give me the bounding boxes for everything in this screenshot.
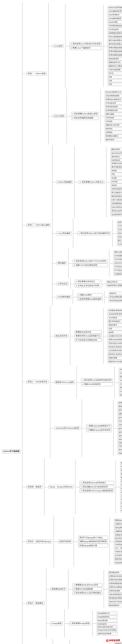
leaf-node: Css3弹性盒布局:flex布局/盒模型和高度 (119, 382, 122, 386)
leaf-node: 如何使用LESS框架 (119, 393, 122, 397)
leaf-node: 各类型数据类型详解/分类 (108, 32, 122, 35)
leaf-node: jquery插件方法库 (118, 430, 122, 434)
leaf-node: MongoDB高级应用管理 (120, 490, 122, 494)
goal-node: 1.掌握爬虫URL的Token原理 (72, 583, 102, 587)
goal-node: 2.掌握Linux下编程操作 (70, 46, 102, 50)
leaf-node: re模块常用方法匹配 (106, 284, 122, 287)
leaf-node: TCP/IP协议栈 (114, 258, 122, 261)
leaf-node: 重写__new__、单例控制方式 (117, 239, 122, 242)
leaf-node: Redis和Python交互 (120, 502, 122, 505)
sub-node: Python基础 (53, 114, 65, 118)
goal-children: 1.系统使用Python进行系统编程开发程序/进程/线程、select/poll… (74, 219, 122, 248)
leaf-node: Jquery核心方法事件 (118, 423, 122, 426)
leaf-node: 常用内置数据类型:tuple (108, 50, 122, 53)
leaf-node: 内置函数高级用法 (110, 202, 122, 205)
leaf-node: 单例模式method (110, 162, 122, 165)
stage-children: Mysql、MongoDB和Redis1.系统使用Python的系统接口2.系统… (46, 458, 122, 515)
leaf-node: 弹性盒模型高度 (119, 386, 122, 390)
leaf-node: 高阶/匿名/函数式 (105, 134, 122, 138)
leaves-branch: Python开发环境搭建和开发工具介绍vi/vim编辑器使用Linux常用命令L… (108, 6, 122, 86)
leaf-node: 使用抓取数据信息 (108, 582, 122, 585)
leaf-node: Http协议及Werkzeug介绍 (114, 642, 122, 644)
leaf-children: 数据管理系统MYSQL/DB面向系统常规操作数据库增删改查数据库关系类型数据库关… (117, 460, 122, 513)
goals-group: 1.系统掌握Scrapy框架 (69, 622, 91, 626)
sub-node: 数据库Html+Css进阶 (54, 380, 75, 384)
leaf-node: Ajax异步 (118, 434, 122, 438)
goal-node: 应用Django模板引擎 (78, 544, 108, 548)
leaf-node: 闭包 (110, 173, 122, 176)
stage-node: 阶段四：数据库 (26, 485, 43, 489)
leaf-node: 分表配置:SQL备份 (120, 494, 122, 498)
leaf-node: 内置模块 (105, 131, 122, 134)
leaves-group: Python开发环境搭建和开发工具介绍vi/vim编辑器使用Linux常用命令L… (108, 6, 122, 86)
leaf-node: 数据库关系类型 (120, 472, 122, 476)
leaves-branch: html5新增标签与兼容性Css3新增选择器阴影/渐变Transform过渡动画… (119, 368, 122, 397)
leaf-node: 图片和列表展示 (108, 320, 122, 323)
goal-node: 1.系统掌握Python高级方法 (79, 180, 105, 184)
leaf-node: 字符串 (108, 72, 122, 75)
leaf-node: Scrapy框架介绍 (96, 612, 117, 615)
stage-node: 阶段六：数据爬虫 (26, 601, 45, 605)
leaf-node: 数据管理系统 (120, 461, 122, 465)
goal-node: 1.系统使用Linux系统进行开发实现 (70, 42, 102, 46)
watermark-logo-icon: 神 (106, 639, 108, 642)
leaf-node: 阴影/渐变 (119, 375, 122, 378)
goal-node: 2.理解TCP/IP协议网络模型 (73, 263, 107, 267)
leaf-node: socket编程:tcp/ip、tftp、http、smtp协议原理 (114, 254, 122, 258)
leaf-node: Select/Poll/Epoll使用 (114, 262, 122, 265)
leaf-children: Scrapy框架介绍Scrapy框架安装Spider爬虫类CrawlSpider… (94, 610, 117, 636)
leaf-node: Scrapy-Redis分布式爬虫 (96, 628, 117, 632)
leaf-node: 程序/进程/线程、select/poll、异步IO (117, 221, 122, 224)
leaf-node: 文件业务处理 (105, 102, 122, 105)
leaf-node: PyCharm配置及方法 (105, 90, 122, 94)
mindmap-root-container: Python学习路线图 阶段一：Python基础Linux基础1.系统使用Lin… (2, 2, 120, 644)
leaf-node: Transform过渡动画 (119, 379, 122, 382)
goals-group: 1.掌握爬虫URL的Token原理2.掌握URL的反爬策略3.系统使用Pytho… (72, 583, 102, 595)
leaf-node: Spider爬虫类 (96, 619, 117, 622)
leaves-group: Http协议及Werkzeug介绍环境搭建套路开发开发模块配置请求对象Flask… (114, 642, 122, 644)
sub-branch: 网络编程1.系统使用Python的IP/TCP/UDP特性2.理解TCP/IP协… (56, 248, 122, 278)
leaf-node: url编码/模板引入 (114, 530, 122, 533)
leaf-node: Css3新增选择器 (119, 372, 122, 375)
leaf-node: 递归和装饰 (105, 138, 122, 142)
goal-node: 1.系统掌握正则式语法 (75, 280, 100, 284)
leaf-node: 数据结构描述符 (110, 194, 122, 198)
goals-branch: 1.掌握爬虫URL的Token原理2.掌握URL的反爬策略3.系统使用Pytho… (72, 570, 122, 608)
leaf-node: 常用内置数据类型:list (108, 46, 122, 50)
leaf-node: 模块和包 (105, 127, 122, 130)
leaf-node: 网络七层模型:udp/tcp (114, 250, 122, 254)
leaf-node: 使用HttpClient的抓取方法 (108, 574, 122, 578)
stages-container: 阶段一：Python基础Linux基础1.系统使用Linux系统进行开发实现2.… (24, 2, 122, 644)
goal-node: 2.理解Html5前端特性 (81, 382, 113, 386)
leaf-node: 类方法/静态方法/内置方法 (110, 191, 122, 194)
leaf-children: html5新增标签与兼容性Css3新增选择器阴影/渐变Transform过渡动画… (116, 367, 122, 398)
leaf-node: 数据库关联语言 (120, 476, 122, 480)
leaves-group: PyCharm配置及方法灵活使用基础类型掌握Python基础语法文件业务处理常量… (105, 90, 122, 142)
stage-branch: 阶段二：Python核心编程Python高级编程1.系统掌握Python高级方法… (26, 145, 122, 305)
stage-branch: 阶段三：Web前端开发静态页面开发掌握静态页面开发掌握布局和Css基础构建方法学… (26, 306, 122, 458)
leaf-node: Linux常用命令 (108, 13, 122, 16)
goals-branch: 掌握静态页面开发掌握布局和Css基础构建方法学习页面定位和网络结构html基础:… (74, 308, 122, 364)
leaves-group: Scrapy框架介绍Scrapy框架安装Spider爬虫类CrawlSpider… (96, 612, 117, 636)
goals-group: 1.系统掌握Python的核心类型2.系统使用编程思想编程 (71, 112, 99, 120)
goal-children: 1.系统掌握Python的核心类型2.系统使用编程思想编程PyCharm配置及方… (68, 88, 122, 144)
sub-node: Shell脚本编程 (56, 295, 71, 299)
goals-branch: 系统学习Django的三大核心理解Django数据的处理应用框架应用Django… (78, 518, 122, 566)
leaf-node: html基础:块级/内联、表单定义 (108, 309, 122, 312)
goal-node: 1.系统使用Python的系统接口 (80, 481, 114, 485)
goals-group: 1.系统使用Python的IP/TCP/UDP特性2.理解TCP/IP协议网络模… (73, 259, 107, 267)
goal-children: 1.系统掌握Python高级方法解析时序列type与class关系继承的定义Ge… (76, 146, 122, 218)
leaf-node: 参数的定义与数据类型 (108, 64, 122, 68)
leaf-node: 继承的定义 (110, 155, 122, 158)
goals-branch: 1.系统使用Python进行系统编程开发程序/进程/线程、select/poll… (77, 220, 122, 247)
leaves-group: 数据管理系统MYSQL/DB面向系统常规操作数据库增删改查数据库关系类型数据库关… (120, 461, 122, 512)
leaf-node: 循环与条件类型:if/for (108, 39, 122, 42)
leaf-node: GIL机制 (110, 180, 122, 183)
leaf-node: GetAttrbute (110, 159, 122, 162)
leaf-node: Url编写/app/模块/结构 (114, 522, 122, 526)
leaf-node: Css3高端盒类型 (119, 390, 122, 393)
goal-node: 3.系统使用redis/mongodb数据库配置 (80, 489, 114, 493)
leaf-node: 字典 (108, 83, 122, 86)
leaf-node: 简单的SQL操作 (120, 480, 122, 483)
leaf-node: 理解Django开发/增删:详细原理 (114, 519, 122, 522)
